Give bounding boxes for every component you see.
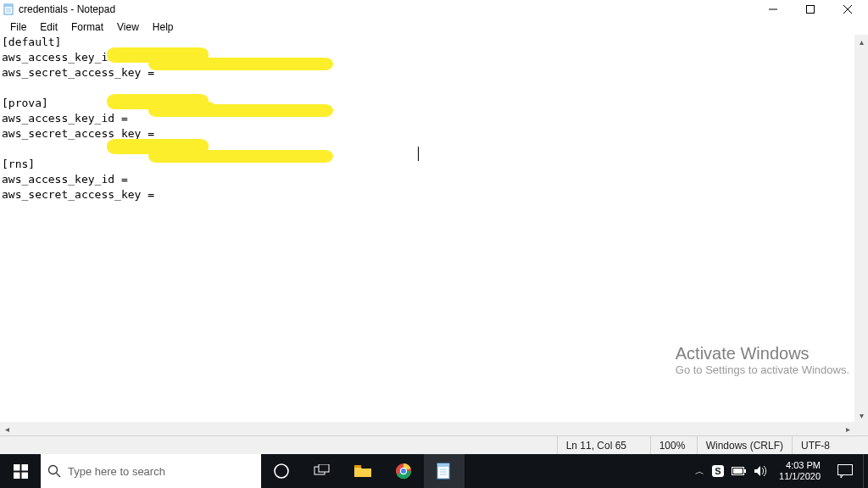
svg-rect-30	[744, 469, 746, 473]
svg-text:S: S	[715, 466, 721, 476]
text-content[interactable]: [default] aws_access_key_id = aws_secret…	[0, 35, 854, 422]
status-position: Ln 11, Col 65	[557, 436, 650, 454]
search-icon	[47, 464, 61, 478]
window-titlebar: credentials - Notepad	[0, 0, 868, 19]
svg-rect-10	[21, 464, 28, 471]
window-title: credentials - Notepad	[19, 3, 754, 15]
svg-rect-9	[14, 464, 20, 471]
search-placeholder: Type here to search	[68, 465, 165, 478]
show-desktop-button[interactable]	[863, 454, 868, 488]
clock-date: 11/1/2020	[779, 471, 821, 482]
horizontal-scrollbar[interactable]: ◂ ▸	[0, 422, 854, 435]
status-eol: Windows (CRLF)	[697, 436, 792, 454]
svg-rect-17	[319, 464, 329, 472]
cortana-button[interactable]	[261, 454, 302, 488]
svg-rect-11	[14, 472, 20, 479]
file-explorer-button[interactable]	[342, 454, 383, 488]
redaction-mark	[148, 150, 333, 163]
status-zoom: 100%	[650, 436, 697, 454]
scroll-corner	[854, 422, 868, 435]
scroll-left-icon[interactable]: ◂	[0, 422, 14, 435]
svg-line-14	[57, 474, 61, 478]
volume-icon[interactable]	[754, 465, 767, 477]
svg-rect-6	[807, 6, 815, 14]
menu-view[interactable]: View	[110, 19, 146, 35]
notepad-taskbar-button[interactable]	[424, 454, 465, 488]
svg-rect-1	[4, 4, 13, 7]
scroll-down-icon[interactable]: ▾	[854, 408, 868, 422]
svg-rect-18	[354, 465, 361, 468]
task-view-button[interactable]	[302, 454, 342, 488]
text-caret	[418, 147, 419, 161]
text-editor[interactable]: [default] aws_access_key_id = aws_secret…	[0, 35, 868, 435]
svg-point-15	[275, 464, 288, 478]
taskbar-clock[interactable]: 4:03 PM 11/1/2020	[772, 454, 827, 488]
status-encoding: UTF-8	[792, 436, 868, 454]
svg-rect-23	[437, 463, 449, 467]
taskbar-search[interactable]: Type here to search	[41, 454, 261, 488]
menu-edit[interactable]: Edit	[33, 19, 64, 35]
battery-icon[interactable]	[732, 466, 747, 476]
minimize-button[interactable]	[754, 0, 792, 19]
svg-point-13	[49, 466, 58, 474]
taskbar: Type here to search ︿ S 4:03 PM 11/1/202…	[0, 454, 868, 488]
svg-point-21	[401, 469, 406, 474]
menu-format[interactable]: Format	[64, 19, 110, 35]
notepad-icon	[3, 3, 15, 15]
status-bar: Ln 11, Col 65 100% Windows (CRLF) UTF-8	[0, 435, 868, 454]
close-button[interactable]	[829, 0, 866, 19]
menu-bar: File Edit Format View Help	[0, 19, 868, 35]
svg-rect-12	[21, 472, 28, 479]
redaction-mark	[148, 58, 333, 70]
vertical-scrollbar[interactable]: ▴ ▾	[854, 35, 868, 422]
tray-chevron-up-icon[interactable]: ︿	[695, 465, 704, 478]
action-center-button[interactable]	[827, 454, 863, 488]
start-button[interactable]	[0, 454, 41, 488]
clock-time: 4:03 PM	[779, 460, 821, 471]
menu-file[interactable]: File	[3, 19, 33, 35]
chrome-button[interactable]	[383, 454, 424, 488]
scroll-up-icon[interactable]: ▴	[854, 35, 868, 48]
redaction-mark	[148, 104, 333, 117]
svg-rect-32	[838, 465, 853, 475]
svg-rect-31	[733, 469, 743, 474]
tray-app-icon[interactable]: S	[711, 464, 725, 478]
system-tray[interactable]: ︿ S	[690, 454, 772, 488]
menu-help[interactable]: Help	[146, 19, 181, 35]
scroll-right-icon[interactable]: ▸	[841, 422, 854, 435]
maximize-button[interactable]	[792, 0, 829, 19]
